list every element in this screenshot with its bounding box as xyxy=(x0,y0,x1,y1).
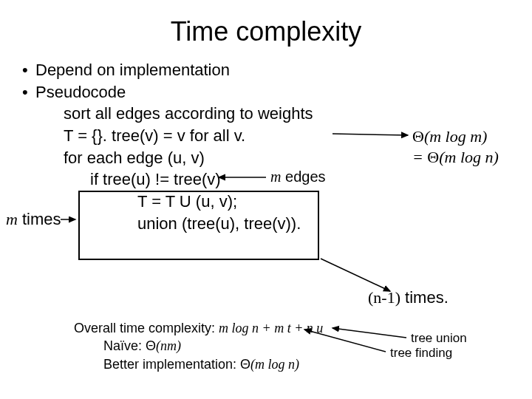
naive-line: Naïve: Θ(nm) xyxy=(74,337,323,355)
code-union-set: T = T U (u, v); xyxy=(22,191,517,213)
better-expr: (m log n) xyxy=(250,357,299,372)
tree-union-label: tree union xyxy=(411,331,467,346)
better-line: Better implementation: Θ(m log n) xyxy=(74,355,323,373)
n1-times-label: (n-1) times. xyxy=(368,288,449,307)
m-times-m: m xyxy=(6,210,18,228)
theta-symbol-1: Θ xyxy=(412,127,424,146)
overall-label: Overall time complexity: xyxy=(74,321,219,335)
code-if: if tree(u) != tree(v) xyxy=(22,168,517,191)
better-label: Better implementation: xyxy=(103,357,240,372)
m-edges-label: m edges xyxy=(270,168,326,185)
better-theta: Θ xyxy=(240,357,250,372)
m-times-label: m times xyxy=(6,210,61,229)
naive-expr: (nm) xyxy=(156,338,181,353)
code-union-call: union (tree(u), tree(v)). xyxy=(22,213,517,235)
arrow-treeunion-to-nu xyxy=(332,328,406,338)
overall-expr: m log n + m t + n u xyxy=(219,321,323,335)
bullet-pseudocode: Pseudocode xyxy=(22,81,517,103)
bullet-depend: Depend on implementation xyxy=(22,59,517,81)
arrow-union-to-n1 xyxy=(321,259,390,291)
overall-line: Overall time complexity: m log n + m t +… xyxy=(74,319,323,337)
theta-symbol-2: Θ xyxy=(427,148,439,166)
code-sort: sort all edges according to weights xyxy=(22,103,517,125)
theta-mlogm: Θ(m log m) xyxy=(412,127,487,146)
tree-finding-label: tree finding xyxy=(390,346,452,361)
m-times-word: times xyxy=(18,210,61,228)
n1-paren: (n-1) xyxy=(368,288,400,307)
content-area: Depend on implementation Pseudocode sort… xyxy=(0,59,532,235)
m-edges-m: m xyxy=(270,168,281,185)
theta-eq-mlogn: = Θ(m log n) xyxy=(412,148,499,167)
overall-block: Overall time complexity: m log n + m t +… xyxy=(74,319,323,373)
naive-theta: Θ xyxy=(146,338,156,353)
slide-title: Time complexity xyxy=(0,0,532,59)
m-edges-word: edges xyxy=(281,168,325,185)
eq-sign: = xyxy=(412,148,427,166)
n1-word: times. xyxy=(400,288,449,307)
mlogn-expr: (m log n) xyxy=(439,148,499,166)
mlogm-expr: (m log m) xyxy=(424,127,488,146)
code-foreach-text: for each edge (u, v) xyxy=(64,149,205,167)
naive-label: Naïve: xyxy=(103,338,146,353)
